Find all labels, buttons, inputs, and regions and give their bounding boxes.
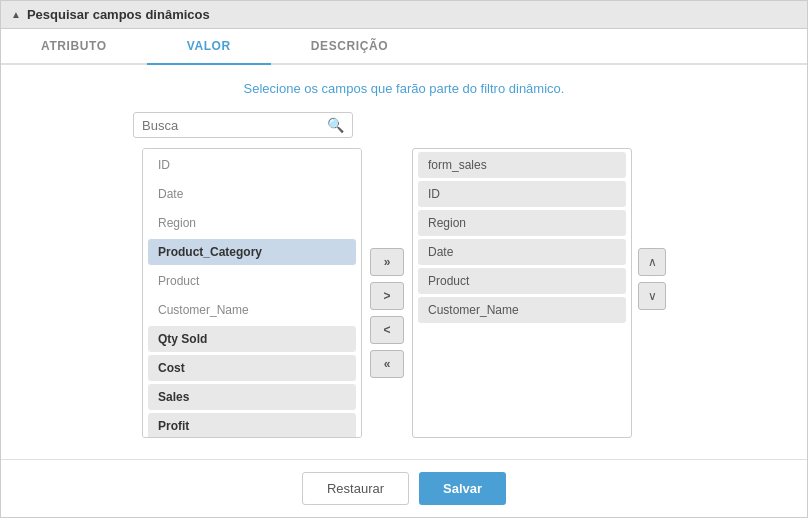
- move-all-left-button[interactable]: «: [370, 350, 404, 378]
- list-item[interactable]: ID: [418, 181, 626, 207]
- window: ▲ Pesquisar campos dinâmicos ATRIBUTO VA…: [0, 0, 808, 518]
- save-button[interactable]: Salvar: [419, 472, 506, 505]
- list-item[interactable]: Sales: [148, 384, 356, 410]
- content-area: Selecione os campos que farão parte do f…: [1, 65, 807, 459]
- search-box[interactable]: 🔍: [133, 112, 353, 138]
- right-list[interactable]: form_sales ID Region Date Product Custom…: [412, 148, 632, 438]
- list-item[interactable]: Date: [148, 181, 356, 207]
- right-area: form_sales ID Region Date Product Custom…: [412, 148, 666, 438]
- transfer-area: ID Date Region Product_Category Product …: [142, 148, 666, 438]
- tab-bar: ATRIBUTO VALOR DESCRIÇÃO: [1, 29, 807, 65]
- list-item[interactable]: form_sales: [418, 152, 626, 178]
- move-down-button[interactable]: ∨: [638, 282, 666, 310]
- search-icon: 🔍: [327, 117, 344, 133]
- tab-descricao[interactable]: DESCRIÇÃO: [271, 29, 428, 65]
- window-title: Pesquisar campos dinâmicos: [27, 7, 210, 22]
- tab-atributo[interactable]: ATRIBUTO: [1, 29, 147, 65]
- list-item[interactable]: Customer_Name: [418, 297, 626, 323]
- search-input[interactable]: [142, 118, 327, 133]
- transfer-buttons: » > < «: [370, 148, 404, 378]
- move-up-button[interactable]: ∧: [638, 248, 666, 276]
- list-item[interactable]: Cost: [148, 355, 356, 381]
- list-item[interactable]: ID: [148, 152, 356, 178]
- list-item[interactable]: Date: [418, 239, 626, 265]
- list-item[interactable]: Customer_Name: [148, 297, 356, 323]
- collapse-icon[interactable]: ▲: [11, 9, 21, 20]
- list-item[interactable]: Qty Sold: [148, 326, 356, 352]
- left-list[interactable]: ID Date Region Product_Category Product …: [142, 148, 362, 438]
- move-left-button[interactable]: <: [370, 316, 404, 344]
- list-item[interactable]: Region: [418, 210, 626, 236]
- list-item[interactable]: Product: [418, 268, 626, 294]
- list-item[interactable]: Profit: [148, 413, 356, 438]
- list-item[interactable]: Product: [148, 268, 356, 294]
- title-bar: ▲ Pesquisar campos dinâmicos: [1, 1, 807, 29]
- order-buttons: ∧ ∨: [638, 148, 666, 310]
- restore-button[interactable]: Restaurar: [302, 472, 409, 505]
- tab-valor[interactable]: VALOR: [147, 29, 271, 65]
- list-item[interactable]: Region: [148, 210, 356, 236]
- subtitle-text: Selecione os campos que farão parte do f…: [244, 81, 565, 96]
- move-all-right-button[interactable]: »: [370, 248, 404, 276]
- list-item[interactable]: Product_Category: [148, 239, 356, 265]
- footer: Restaurar Salvar: [1, 459, 807, 517]
- move-right-button[interactable]: >: [370, 282, 404, 310]
